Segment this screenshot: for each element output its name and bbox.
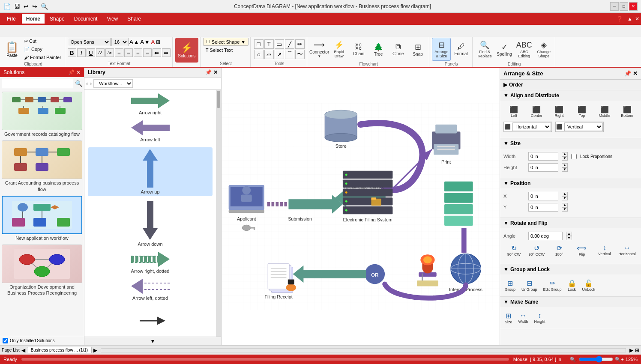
page-tab-1[interactable]: Business process flow ... (1/1) (27, 347, 92, 353)
decrease-indent-btn[interactable]: ⬅ (153, 48, 161, 57)
minimize-btn[interactable]: ─ (610, 2, 619, 11)
library-item-arrow-left-dotted[interactable]: Arrow left, dotted (88, 279, 213, 301)
rounded-rect-tool[interactable]: ▭ (275, 39, 284, 49)
align-right-btn[interactable]: ⬛ Right (549, 104, 570, 119)
installed-solutions-checkbox[interactable] (3, 338, 8, 343)
library-item-arrow-down[interactable]: Arrow down (88, 201, 213, 247)
align-center-btn[interactable]: ≡ (124, 48, 133, 57)
font-family-select[interactable]: Open Sans (68, 38, 111, 46)
font-grow-btn[interactable]: A▲ (129, 39, 139, 45)
position-section-header[interactable]: ▼ Position (500, 178, 641, 188)
align-middle-btn[interactable]: ⬛ Middle (594, 104, 615, 119)
solution-item-org[interactable]: Organization Development and Business Pr… (2, 245, 82, 296)
rect-tool[interactable]: □ (254, 39, 264, 49)
solution-item-new[interactable]: New application workflow (2, 196, 82, 241)
flip-vertical-btn[interactable]: ↕ Vertical (594, 243, 615, 258)
library-dropdown[interactable]: Workflow... (93, 79, 133, 88)
angle-input[interactable] (528, 232, 563, 240)
find-replace-button[interactable]: 🔍 Find & Replace (475, 38, 494, 61)
canvas-area[interactable]: Store Print (222, 68, 500, 345)
tree-button[interactable]: 🌲 Tree (369, 38, 388, 61)
make-same-height-btn[interactable]: ↕ Height (533, 310, 547, 325)
library-item-arrow-up[interactable]: Arrow up (88, 147, 213, 196)
connector-button[interactable]: ⟶ Connector ▼ (310, 38, 329, 61)
flip-btn[interactable]: ⟺ Flip (571, 243, 592, 258)
restore-btn[interactable]: □ (620, 2, 628, 11)
library-forward-btn[interactable]: › (90, 80, 92, 87)
arrange-pin-btn[interactable]: 📌 (624, 70, 631, 77)
chain-button[interactable]: ⛓ Chain (349, 38, 368, 61)
page-prev-btn[interactable]: ◀ (21, 347, 25, 353)
y-spin[interactable]: ▲ ▼ (562, 203, 568, 212)
make-same-width-btn[interactable]: ↔ Width (517, 310, 530, 325)
text-tool[interactable]: T (264, 39, 274, 49)
cut-button[interactable]: ✂ Cut (22, 38, 63, 45)
library-item-arrow-left[interactable]: Arrow left (88, 120, 213, 142)
rect-tool2[interactable]: ▱ (264, 50, 274, 59)
align-left-btn[interactable]: ⬛ Left (503, 104, 524, 119)
align-justify-btn[interactable]: ≡ (143, 48, 152, 57)
change-shape-button[interactable]: ◈ Change Shape (534, 38, 553, 61)
page-scrollbar[interactable] (101, 348, 626, 352)
menu-share[interactable]: Share (123, 14, 145, 24)
font-shrink-btn[interactable]: A▼ (140, 39, 150, 45)
make-same-section-header[interactable]: ▼ Make Same (500, 297, 641, 307)
spelling-button[interactable]: ✓ Spelling (495, 38, 514, 61)
font-size-select[interactable]: 16 (111, 38, 129, 46)
y-input[interactable] (528, 203, 558, 212)
lock-proportions-checkbox[interactable] (571, 154, 577, 159)
italic-btn[interactable]: I (77, 48, 86, 57)
arc-tool[interactable]: ⌒ (285, 50, 294, 59)
arrow-diag1[interactable]: ↗ (275, 50, 284, 59)
group-lock-section-header[interactable]: ▼ Group and Lock (500, 264, 641, 274)
menu-document[interactable]: Document (70, 14, 102, 24)
zoom-out-btn[interactable]: 🔍- (570, 357, 578, 362)
zoom-in-btn[interactable]: 🔍+ (615, 357, 623, 362)
align-top-btn[interactable]: ⬛ Top (571, 104, 592, 119)
close-app-btn[interactable]: ✕ (635, 16, 639, 22)
copy-button[interactable]: 📄 Copy (22, 46, 63, 53)
x-spin[interactable]: ▲ ▼ (562, 192, 568, 200)
minimize-ribbon-btn[interactable]: ▲ (627, 16, 632, 22)
solution-item-gov[interactable]: Government records cataloging flow (2, 92, 82, 137)
width-input[interactable] (528, 152, 558, 161)
fit-page-btn[interactable]: ⊞ (635, 347, 639, 353)
abc-editing-button[interactable]: ABC ABC Editing (515, 38, 533, 61)
rotate-section-header[interactable]: ▼ Rotate and Flip (500, 218, 641, 228)
font-color-btn[interactable]: A (151, 39, 155, 45)
ungroup-btn[interactable]: ⊟ UnGroup (520, 278, 539, 293)
rotate-90ccw-btn[interactable]: ↺ 90° CCW (526, 243, 547, 258)
page-next-btn[interactable]: ▶ (93, 347, 97, 353)
align-section-header[interactable]: ▼ Align and Distribute (500, 90, 641, 101)
width-spin[interactable]: ▲ ▼ (562, 152, 568, 161)
height-input[interactable] (528, 163, 558, 172)
library-scroll-thumb[interactable] (217, 91, 220, 108)
align-right-btn[interactable]: ≡ (134, 48, 142, 57)
library-close-btn[interactable]: ✕ (213, 69, 218, 75)
close-btn[interactable]: ✕ (629, 2, 638, 11)
order-section-header[interactable]: ▶ Order (500, 80, 641, 90)
library-item-arrow-right-dotted[interactable]: Arrow right, dotted (88, 252, 213, 274)
underline-btn[interactable]: U (87, 48, 95, 57)
align-center-btn[interactable]: ⬛ Center (526, 104, 547, 119)
arrange-size-button[interactable]: ⊟ Arrange & Size (432, 38, 451, 61)
pencil-tool[interactable]: ✏ (295, 39, 305, 49)
help-btn[interactable]: ❓ (617, 16, 623, 22)
clone-button[interactable]: ⧉ Clone (389, 38, 407, 61)
select-shape-button[interactable]: ☐ Select Shape ▼ (203, 38, 249, 46)
more-text-btn[interactable]: ⊞ (156, 39, 160, 45)
size-section-header[interactable]: ▼ Size (500, 138, 641, 149)
format-painter-button[interactable]: 🖌 Format Painter (22, 54, 63, 61)
make-same-size-btn[interactable]: ⊞ Size (503, 310, 514, 325)
solutions-search-input[interactable] (2, 79, 73, 88)
rotate-90cw-btn[interactable]: ↻ 90° CW (503, 243, 524, 258)
arrange-close-btn[interactable]: ✕ (633, 70, 638, 77)
solutions-button[interactable]: ⚡ Solutions (175, 38, 198, 63)
library-item-arrow-right[interactable]: Arrow right (88, 93, 213, 115)
align-bottom-btn[interactable]: ⬛ Bottom (617, 104, 638, 119)
zoom-slider[interactable] (579, 356, 613, 363)
angle-spin[interactable]: ▲ ▼ (566, 232, 572, 240)
snap-button[interactable]: ⊞ Snap (408, 38, 427, 61)
edit-group-btn[interactable]: ✏ Edit Group (542, 278, 563, 293)
solutions-close-btn[interactable]: ✕ (76, 69, 81, 75)
